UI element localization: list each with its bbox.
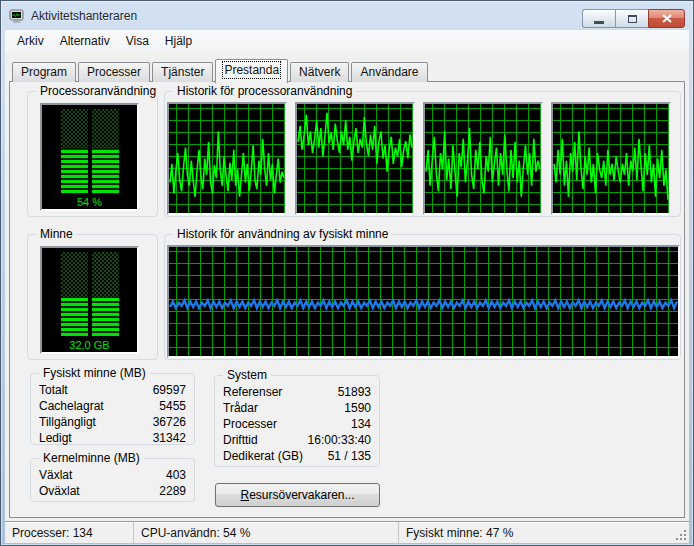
- tab[interactable]: Prestanda: [215, 59, 288, 83]
- physical-memory-rows: Totalt 69597 Cachelagrat 5455 Tillgängli…: [31, 374, 194, 446]
- kernel-memory-group: Kernelminne (MB) Växlat 403 Oväxlat 2289: [30, 458, 195, 502]
- stat-label: Växlat: [39, 467, 72, 483]
- client-area: ArkivAlternativVisaHjälp ProgramProcesse…: [5, 30, 689, 543]
- system-rows: Referenser 51893 Trådar 1590 Processer 1…: [215, 376, 379, 464]
- status-pane: Fysiskt minne: 47 %: [399, 522, 689, 543]
- stat-row: Totalt 69597: [39, 382, 186, 398]
- stat-value: 16:00:33:40: [308, 432, 371, 448]
- group-label: Kernelminne (MB): [39, 451, 144, 465]
- stat-value: 51893: [338, 384, 371, 400]
- cpu-usage-group: Processoranvändning 54 %: [27, 91, 158, 217]
- status-bar: Processer: 134CPU-användn: 54 %Fysiskt m…: [5, 521, 689, 543]
- group-label: Historik för processoranvändning: [173, 84, 356, 98]
- stat-row: Dedikerat (GB) 51 / 135: [223, 448, 371, 464]
- stat-value: 5455: [159, 398, 186, 414]
- stat-row: Drifttid 16:00:33:40: [223, 432, 371, 448]
- resource-monitor-button[interactable]: Resursövervakaren...: [215, 483, 380, 507]
- performance-tab-page: Processoranvändning 54 % Historik för pr…: [9, 81, 685, 518]
- cpu-history-graph-1: [167, 102, 287, 215]
- tab[interactable]: Tjänster: [152, 62, 213, 82]
- minimize-button[interactable]: [582, 9, 615, 28]
- task-manager-window: Aktivitetshanteraren ArkivAlternativVisa…: [0, 0, 694, 546]
- stat-label: Trådar: [223, 400, 258, 416]
- stat-row: Växlat 403: [39, 467, 186, 483]
- cpu-history-graph-3: [423, 102, 543, 215]
- close-icon: [662, 14, 672, 23]
- memory-usage-value: 32,0 GB: [42, 339, 137, 351]
- menu-item[interactable]: Alternativ: [52, 31, 118, 51]
- memory-history-graph: [167, 245, 680, 358]
- menu-item[interactable]: Arkiv: [9, 31, 52, 51]
- stat-row: Processer 134: [223, 416, 371, 432]
- menu-item[interactable]: Hjälp: [157, 31, 200, 51]
- tab[interactable]: Användare: [351, 62, 427, 82]
- tab[interactable]: Program: [12, 62, 76, 82]
- group-label: Processoranvändning: [36, 84, 160, 98]
- titlebar[interactable]: Aktivitetshanteraren: [1, 1, 693, 30]
- memory-group: Minne 32,0 GB: [27, 234, 158, 360]
- maximize-icon: [628, 15, 637, 23]
- status-panes: Processer: 134CPU-användn: 54 %Fysiskt m…: [5, 522, 689, 543]
- close-button[interactable]: [648, 9, 685, 28]
- cpu-usage-gauge: 54 %: [40, 103, 139, 211]
- task-manager-icon: [9, 8, 25, 24]
- cpu-usage-value: 54 %: [42, 196, 137, 208]
- minimize-icon: [594, 21, 604, 24]
- stat-label: Ledigt: [39, 430, 72, 446]
- memory-usage-gauge: 32,0 GB: [40, 246, 139, 354]
- status-pane: CPU-användn: 54 %: [134, 522, 399, 543]
- physical-memory-group: Fysiskt minne (MB) Totalt 69597 Cachelag…: [30, 373, 195, 445]
- stat-row: Referenser 51893: [223, 384, 371, 400]
- stat-row: Trådar 1590: [223, 400, 371, 416]
- group-label: Minne: [36, 227, 77, 241]
- window-controls: [582, 9, 685, 28]
- stat-value: 69597: [153, 382, 186, 398]
- group-label: Historik för användning av fysiskt minne: [173, 227, 392, 241]
- stat-row: Ledigt 31342: [39, 430, 186, 446]
- stat-label: Processer: [223, 416, 277, 432]
- window-title: Aktivitetshanteraren: [31, 9, 137, 23]
- menu-bar: ArkivAlternativVisaHjälp: [5, 30, 689, 52]
- stat-row: Tillgängligt 36726: [39, 414, 186, 430]
- stat-label: Oväxlat: [39, 483, 80, 499]
- stat-value: 51 / 135: [328, 448, 371, 464]
- stat-row: Oväxlat 2289: [39, 483, 186, 499]
- stat-label: Dedikerat (GB): [223, 448, 303, 464]
- group-label: Fysiskt minne (MB): [39, 366, 150, 380]
- stat-value: 403: [166, 467, 186, 483]
- stat-value: 1590: [344, 400, 371, 416]
- group-label: System: [223, 368, 271, 382]
- status-pane: Processer: 134: [5, 522, 134, 543]
- stat-label: Tillgängligt: [39, 414, 96, 430]
- stat-value: 36726: [153, 414, 186, 430]
- stat-value: 134: [351, 416, 371, 432]
- stat-row: Cachelagrat 5455: [39, 398, 186, 414]
- stat-label: Totalt: [39, 382, 68, 398]
- cpu-history-group: Historik för processoranvändning: [164, 91, 681, 217]
- memory-history-group: Historik för användning av fysiskt minne: [164, 234, 681, 360]
- stat-value: 31342: [153, 430, 186, 446]
- memory-led-bars: [61, 252, 119, 336]
- stat-label: Cachelagrat: [39, 398, 104, 414]
- tab-strip: ProgramProcesserTjänsterPrestandaNätverk…: [9, 59, 685, 82]
- resize-grip-icon[interactable]: [675, 529, 687, 541]
- stat-label: Referenser: [223, 384, 282, 400]
- cpu-led-bars: [61, 109, 119, 193]
- cpu-history-graph-4: [551, 102, 671, 215]
- kernel-memory-rows: Växlat 403 Oväxlat 2289: [31, 459, 194, 499]
- maximize-button[interactable]: [615, 9, 648, 28]
- system-group: System Referenser 51893 Trådar 1590 Proc…: [214, 375, 380, 467]
- stat-label: Drifttid: [223, 432, 258, 448]
- tab[interactable]: Processer: [78, 62, 150, 82]
- menu-item[interactable]: Visa: [118, 31, 157, 51]
- stat-value: 2289: [159, 483, 186, 499]
- cpu-history-graph-2: [295, 102, 415, 215]
- tab[interactable]: Nätverk: [290, 62, 349, 82]
